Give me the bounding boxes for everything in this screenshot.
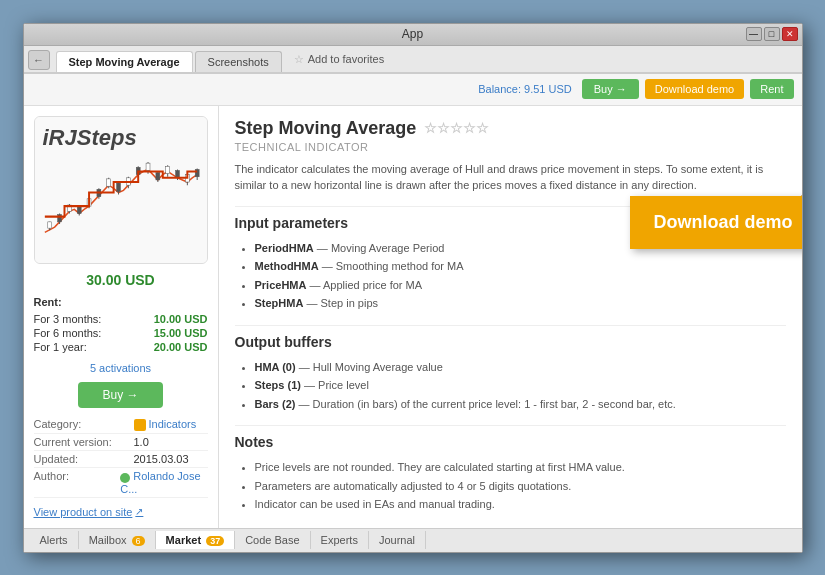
bottom-tab-codebase[interactable]: Code Base [235, 531, 310, 549]
favorites-label: Add to favorites [308, 53, 384, 65]
rent-section: Rent: For 3 months: 10.00 USD For 6 mont… [34, 296, 208, 354]
left-panel: iRJSteps [24, 106, 219, 528]
meta-category-value[interactable]: Indicators [134, 418, 197, 431]
external-link-icon: ↗ [135, 506, 143, 517]
meta-version-value: 1.0 [134, 436, 149, 448]
bottom-tab-alerts-label: Alerts [40, 534, 68, 546]
bottom-tab-bar: Alerts Mailbox 6 Market 37 Code Base Exp… [24, 528, 802, 552]
svg-rect-22 [146, 163, 150, 170]
logo-text: iRJSteps [43, 125, 137, 151]
svg-rect-26 [165, 166, 169, 173]
rent-row-1year: For 1 year: 20.00 USD [34, 340, 208, 354]
minimize-button[interactable]: — [746, 27, 762, 41]
param-name-0: PeriodHMA [255, 242, 314, 254]
close-button[interactable]: ✕ [782, 27, 798, 41]
rent-title: Rent: [34, 296, 208, 308]
action-bar: Balance: 9.51 USD Buy → Download demo Re… [24, 74, 802, 106]
download-demo-button-top[interactable]: Download demo [645, 79, 745, 99]
divider-3 [235, 425, 786, 426]
product-stars[interactable]: ☆☆☆☆☆ [424, 120, 489, 136]
meta-version: Current version: 1.0 [34, 434, 208, 451]
author-icon [120, 473, 130, 483]
svg-rect-16 [116, 183, 120, 191]
output-name-0: HMA (0) [255, 361, 296, 373]
bottom-tab-mailbox[interactable]: Mailbox 6 [79, 531, 156, 549]
buy-large-button[interactable]: Buy → [78, 382, 162, 408]
bottom-tab-mailbox-label: Mailbox [89, 534, 127, 546]
bottom-tab-market[interactable]: Market 37 [156, 531, 236, 549]
buy-section: Buy → [34, 382, 208, 408]
param-name-1: MethodHMA [255, 260, 319, 272]
list-item: StepHMA — Step in pips [255, 294, 786, 313]
list-item: Indicator can be used in EAs and manual … [255, 495, 786, 514]
output-buffers-title: Output buffers [235, 334, 786, 350]
meta-category-label: Category: [34, 418, 134, 431]
rent-button[interactable]: Rent [750, 79, 793, 99]
output-name-1: Steps (1) [255, 379, 301, 391]
tab-screenshots[interactable]: Screenshots [195, 51, 282, 72]
rent-period-3months: For 3 months: [34, 313, 102, 325]
maximize-button[interactable]: □ [764, 27, 780, 41]
meta-author: Author: Rolando Jose C... [34, 468, 208, 497]
svg-rect-24 [155, 172, 159, 179]
rent-price-6months: 15.00 USD [154, 327, 208, 339]
rent-row-6months: For 6 months: 15.00 USD [34, 326, 208, 340]
star-icon: ☆ [294, 53, 304, 66]
list-item: Price levels are not rounded. They are c… [255, 458, 786, 477]
window-title: App [402, 27, 423, 41]
bottom-tab-alerts[interactable]: Alerts [30, 531, 79, 549]
balance-display: Balance: 9.51 USD [478, 83, 572, 95]
tab-step-moving-average[interactable]: Step Moving Average [56, 51, 193, 72]
product-logo: iRJSteps [34, 116, 208, 265]
svg-rect-14 [106, 178, 110, 185]
meta-author-value[interactable]: Rolando Jose C... [120, 470, 207, 494]
output-buffers-list: HMA (0) — Hull Moving Average value Step… [255, 358, 786, 414]
bottom-tab-codebase-label: Code Base [245, 534, 299, 546]
rent-price-1year: 20.00 USD [154, 341, 208, 353]
meta-updated-value: 2015.03.03 [134, 453, 189, 465]
title-bar: App — □ ✕ [24, 24, 802, 46]
svg-rect-2 [47, 221, 51, 227]
meta-updated: Updated: 2015.03.03 [34, 451, 208, 468]
meta-author-label: Author: [34, 470, 121, 494]
rent-period-1year: For 1 year: [34, 341, 87, 353]
bottom-tab-market-label: Market [166, 534, 201, 546]
bottom-tab-experts[interactable]: Experts [311, 531, 369, 549]
bottom-tab-journal-label: Journal [379, 534, 415, 546]
product-description: The indicator calculates the moving aver… [235, 161, 786, 194]
tab-bar: ← Step Moving Average Screenshots ☆ Add … [24, 46, 802, 74]
output-name-2: Bars (2) [255, 398, 296, 410]
category-icon [134, 419, 146, 431]
back-button[interactable]: ← [28, 50, 50, 70]
window-controls: — □ ✕ [746, 27, 798, 41]
notes-list: Price levels are not rounded. They are c… [255, 458, 786, 514]
add-to-favorites-button[interactable]: ☆ Add to favorites [284, 49, 394, 70]
product-title-area: Step Moving Average ☆☆☆☆☆ [235, 118, 786, 139]
svg-rect-8 [77, 206, 81, 213]
download-demo-callout[interactable]: Download demo [630, 196, 802, 249]
svg-rect-28 [175, 170, 179, 177]
view-product-link[interactable]: View product on site ↗ [34, 506, 208, 518]
market-badge: 37 [206, 536, 224, 546]
mailbox-badge: 6 [132, 536, 145, 546]
notes-title: Notes [235, 434, 786, 450]
view-product-label: View product on site [34, 506, 133, 518]
list-item: Bars (2) — Duration (in bars) of the cur… [255, 395, 786, 414]
meta-version-label: Current version: [34, 436, 134, 448]
param-name-2: PriceHMA [255, 279, 307, 291]
rent-row-3months: For 3 months: 10.00 USD [34, 312, 208, 326]
activations-link[interactable]: 5 activations [34, 362, 208, 374]
product-price: 30.00 USD [34, 272, 208, 288]
product-title-text: Step Moving Average [235, 118, 417, 139]
list-item: PriceHMA — Applied price for MA [255, 276, 786, 295]
buy-button[interactable]: Buy → [582, 79, 639, 99]
bottom-tab-journal[interactable]: Journal [369, 531, 426, 549]
rent-period-6months: For 6 months: [34, 327, 102, 339]
rent-price-3months: 10.00 USD [154, 313, 208, 325]
param-name-3: StepHMA [255, 297, 304, 309]
divider-2 [235, 325, 786, 326]
list-item: MethodHMA — Smoothing method for MA [255, 257, 786, 276]
list-item: HMA (0) — Hull Moving Average value [255, 358, 786, 377]
meta-section: Category: Indicators Current version: 1.… [34, 416, 208, 497]
input-parameters-list: PeriodHMA — Moving Average Period Method… [255, 239, 786, 313]
